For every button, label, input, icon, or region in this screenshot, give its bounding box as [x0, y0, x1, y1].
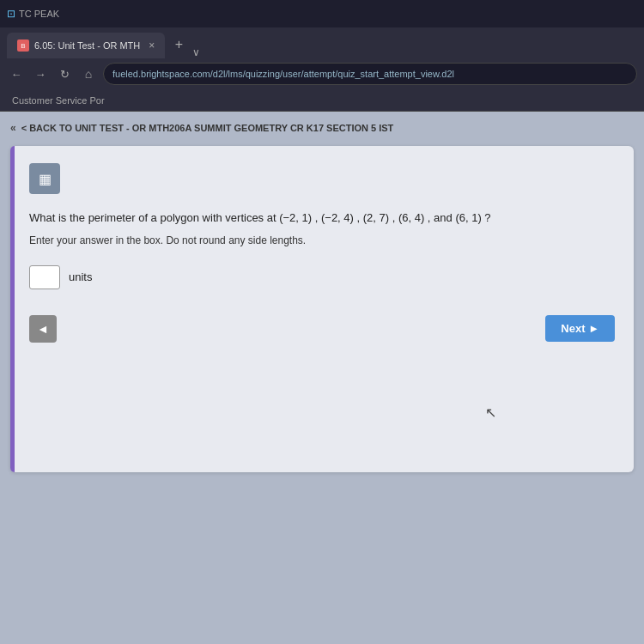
address-bar-row: ← → ↻ ⌂ fueled.brightspace.com/d2l/lms/q… [0, 58, 644, 89]
prev-button[interactable]: ◄ [29, 315, 57, 343]
page-content: « < BACK TO UNIT TEST - OR MTH206A SUMMI… [0, 112, 644, 644]
bookmark-customer-service[interactable]: Customer Service Por [7, 95, 110, 106]
tab-favicon: B [17, 39, 29, 52]
answer-row: units [29, 265, 615, 289]
back-to-unit-test-link[interactable]: « < BACK TO UNIT TEST - OR MTH206A SUMMI… [10, 122, 634, 134]
card-footer: ◄ Next ► [29, 315, 615, 343]
tc-peak-label: ⊡ TC PEAK [7, 8, 59, 20]
tab-close-icon[interactable]: × [149, 39, 155, 52]
back-button[interactable]: ← [7, 64, 26, 83]
forward-button[interactable]: → [31, 64, 50, 83]
address-bar[interactable]: fueled.brightspace.com/d2l/lms/quizzing/… [103, 63, 637, 85]
title-bar: ⊡ TC PEAK [0, 0, 644, 27]
calculator-icon: ▦ [39, 171, 52, 187]
tab-label: 6.05: Unit Test - OR MTH [34, 40, 140, 51]
tab-chevron: ∨ [192, 46, 200, 58]
question-text: What is the perimeter of a polygon with … [29, 210, 615, 228]
browser-chrome: ⊡ TC PEAK B 6.05: Unit Test - OR MTH × +… [0, 0, 644, 112]
instruction-text: Enter your answer in the box. Do not rou… [29, 234, 615, 246]
cursor-indicator: ↖ [485, 404, 496, 421]
answer-input[interactable] [29, 265, 60, 289]
active-tab[interactable]: B 6.05: Unit Test - OR MTH × [7, 33, 165, 58]
back-chevron-icon: « [10, 122, 16, 134]
bookmarks-bar: Customer Service Por [0, 89, 644, 112]
next-button[interactable]: Next ► [545, 315, 615, 342]
prev-icon: ◄ [37, 322, 49, 336]
new-tab-button[interactable]: + [167, 33, 191, 57]
question-card: ▦ What is the perimeter of a polygon wit… [10, 146, 634, 472]
units-label: units [69, 270, 92, 283]
tab-bar: B 6.05: Unit Test - OR MTH × + ∨ [0, 27, 644, 58]
refresh-button[interactable]: ↻ [55, 64, 74, 83]
home-button[interactable]: ⌂ [79, 64, 98, 83]
calculator-button[interactable]: ▦ [29, 163, 60, 194]
